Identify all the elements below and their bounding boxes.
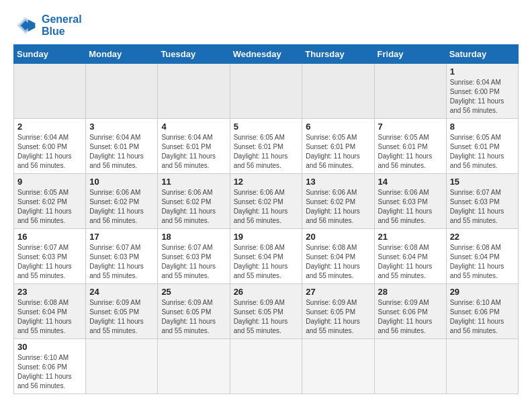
cell-info-text: Sunrise: 6:08 AMSunset: 6:04 PMDaylight:…: [306, 243, 370, 281]
calendar-cell: 6Sunrise: 6:05 AMSunset: 6:01 PMDaylight…: [302, 119, 374, 174]
week-row-6: 30Sunrise: 6:10 AMSunset: 6:06 PMDayligh…: [14, 339, 519, 394]
cell-info-text: Sunrise: 6:07 AMSunset: 6:03 PMDaylight:…: [161, 243, 226, 281]
calendar-cell: 16Sunrise: 6:07 AMSunset: 6:03 PMDayligh…: [14, 229, 86, 284]
week-row-4: 16Sunrise: 6:07 AMSunset: 6:03 PMDayligh…: [14, 229, 519, 284]
cell-info-text: Sunrise: 6:05 AMSunset: 6:01 PMDaylight:…: [234, 133, 299, 171]
cell-date-number: 18: [161, 232, 226, 242]
cell-date-number: 16: [17, 232, 82, 242]
cell-date-number: 22: [450, 232, 515, 242]
week-row-3: 9Sunrise: 6:05 AMSunset: 6:02 PMDaylight…: [14, 174, 519, 229]
cell-date-number: 25: [161, 287, 226, 297]
calendar-cell: 26Sunrise: 6:09 AMSunset: 6:05 PMDayligh…: [230, 284, 302, 339]
logo: General Blue: [13, 13, 82, 38]
calendar-cell: 10Sunrise: 6:06 AMSunset: 6:02 PMDayligh…: [86, 174, 158, 229]
cell-info-text: Sunrise: 6:05 AMSunset: 6:02 PMDaylight:…: [17, 188, 82, 226]
calendar-cell: [302, 339, 374, 394]
cell-info-text: Sunrise: 6:04 AMSunset: 6:01 PMDaylight:…: [161, 133, 226, 171]
calendar-cell: 30Sunrise: 6:10 AMSunset: 6:06 PMDayligh…: [14, 339, 86, 394]
cell-info-text: Sunrise: 6:06 AMSunset: 6:02 PMDaylight:…: [89, 188, 154, 226]
calendar-cell: 12Sunrise: 6:06 AMSunset: 6:02 PMDayligh…: [230, 174, 302, 229]
cell-date-number: 20: [306, 232, 370, 242]
weekday-wednesday: Wednesday: [230, 45, 302, 64]
calendar-cell: [158, 339, 230, 394]
calendar-cell: 24Sunrise: 6:09 AMSunset: 6:05 PMDayligh…: [86, 284, 158, 339]
week-row-1: 1Sunrise: 6:04 AMSunset: 6:00 PMDaylight…: [14, 64, 519, 119]
logo-text: General Blue: [42, 13, 82, 37]
cell-info-text: Sunrise: 6:06 AMSunset: 6:02 PMDaylight:…: [234, 188, 299, 226]
calendar-cell: 4Sunrise: 6:04 AMSunset: 6:01 PMDaylight…: [158, 119, 230, 174]
cell-date-number: 29: [450, 287, 515, 297]
calendar-cell: [230, 339, 302, 394]
cell-info-text: Sunrise: 6:05 AMSunset: 6:01 PMDaylight:…: [378, 133, 443, 171]
weekday-friday: Friday: [374, 45, 446, 64]
calendar-cell: 14Sunrise: 6:06 AMSunset: 6:03 PMDayligh…: [374, 174, 446, 229]
cell-info-text: Sunrise: 6:07 AMSunset: 6:03 PMDaylight:…: [17, 243, 82, 281]
cell-info-text: Sunrise: 6:09 AMSunset: 6:05 PMDaylight:…: [306, 298, 370, 336]
calendar-cell: 2Sunrise: 6:04 AMSunset: 6:00 PMDaylight…: [14, 119, 86, 174]
calendar-cell: 20Sunrise: 6:08 AMSunset: 6:04 PMDayligh…: [302, 229, 374, 284]
cell-info-text: Sunrise: 6:04 AMSunset: 6:00 PMDaylight:…: [17, 133, 82, 171]
calendar-cell: 8Sunrise: 6:05 AMSunset: 6:01 PMDaylight…: [446, 119, 518, 174]
calendar-cell: 27Sunrise: 6:09 AMSunset: 6:05 PMDayligh…: [302, 284, 374, 339]
calendar-cell: 9Sunrise: 6:05 AMSunset: 6:02 PMDaylight…: [14, 174, 86, 229]
calendar-cell: 5Sunrise: 6:05 AMSunset: 6:01 PMDaylight…: [230, 119, 302, 174]
calendar-cell: 29Sunrise: 6:10 AMSunset: 6:06 PMDayligh…: [446, 284, 518, 339]
calendar-table: SundayMondayTuesdayWednesdayThursdayFrid…: [13, 44, 519, 394]
calendar-cell: 17Sunrise: 6:07 AMSunset: 6:03 PMDayligh…: [86, 229, 158, 284]
calendar-cell: [86, 339, 158, 394]
cell-date-number: 5: [234, 122, 299, 132]
cell-date-number: 26: [234, 287, 299, 297]
cell-info-text: Sunrise: 6:09 AMSunset: 6:06 PMDaylight:…: [378, 298, 443, 336]
calendar-cell: [158, 64, 230, 119]
cell-info-text: Sunrise: 6:07 AMSunset: 6:03 PMDaylight:…: [89, 243, 154, 281]
calendar-cell: [302, 64, 374, 119]
weekday-thursday: Thursday: [302, 45, 374, 64]
weekday-tuesday: Tuesday: [158, 45, 230, 64]
calendar-cell: 21Sunrise: 6:08 AMSunset: 6:04 PMDayligh…: [374, 229, 446, 284]
cell-info-text: Sunrise: 6:06 AMSunset: 6:03 PMDaylight:…: [378, 188, 443, 226]
week-row-2: 2Sunrise: 6:04 AMSunset: 6:00 PMDaylight…: [14, 119, 519, 174]
cell-info-text: Sunrise: 6:08 AMSunset: 6:04 PMDaylight:…: [450, 243, 515, 281]
cell-date-number: 3: [89, 122, 154, 132]
calendar-cell: [230, 64, 302, 119]
cell-date-number: 7: [378, 122, 443, 132]
cell-date-number: 2: [17, 122, 82, 132]
cell-date-number: 23: [17, 287, 82, 297]
cell-date-number: 30: [17, 342, 82, 352]
cell-date-number: 21: [378, 232, 443, 242]
calendar-cell: 18Sunrise: 6:07 AMSunset: 6:03 PMDayligh…: [158, 229, 230, 284]
calendar-cell: 22Sunrise: 6:08 AMSunset: 6:04 PMDayligh…: [446, 229, 518, 284]
calendar-cell: [446, 339, 518, 394]
weekday-header-row: SundayMondayTuesdayWednesdayThursdayFrid…: [14, 45, 519, 64]
cell-info-text: Sunrise: 6:06 AMSunset: 6:02 PMDaylight:…: [306, 188, 370, 226]
cell-info-text: Sunrise: 6:10 AMSunset: 6:06 PMDaylight:…: [450, 298, 515, 336]
week-row-5: 23Sunrise: 6:08 AMSunset: 6:04 PMDayligh…: [14, 284, 519, 339]
cell-info-text: Sunrise: 6:09 AMSunset: 6:05 PMDaylight:…: [161, 298, 226, 336]
cell-info-text: Sunrise: 6:09 AMSunset: 6:05 PMDaylight:…: [89, 298, 154, 336]
cell-date-number: 4: [161, 122, 226, 132]
calendar-cell: 13Sunrise: 6:06 AMSunset: 6:02 PMDayligh…: [302, 174, 374, 229]
cell-date-number: 19: [234, 232, 299, 242]
cell-date-number: 17: [89, 232, 154, 242]
weekday-saturday: Saturday: [446, 45, 518, 64]
calendar-cell: 7Sunrise: 6:05 AMSunset: 6:01 PMDaylight…: [374, 119, 446, 174]
cell-info-text: Sunrise: 6:08 AMSunset: 6:04 PMDaylight:…: [378, 243, 443, 281]
calendar-cell: [86, 64, 158, 119]
cell-date-number: 28: [378, 287, 443, 297]
cell-info-text: Sunrise: 6:10 AMSunset: 6:06 PMDaylight:…: [17, 353, 82, 391]
cell-info-text: Sunrise: 6:06 AMSunset: 6:02 PMDaylight:…: [161, 188, 226, 226]
cell-date-number: 6: [306, 122, 370, 132]
logo-icon: [13, 13, 38, 38]
calendar-cell: 1Sunrise: 6:04 AMSunset: 6:00 PMDaylight…: [446, 64, 518, 119]
cell-date-number: 1: [450, 66, 515, 77]
calendar-cell: [374, 64, 446, 119]
page-header: General Blue: [13, 13, 519, 38]
calendar-cell: 28Sunrise: 6:09 AMSunset: 6:06 PMDayligh…: [374, 284, 446, 339]
cell-date-number: 10: [89, 177, 154, 187]
cell-info-text: Sunrise: 6:05 AMSunset: 6:01 PMDaylight:…: [450, 133, 515, 171]
cell-info-text: Sunrise: 6:05 AMSunset: 6:01 PMDaylight:…: [306, 133, 370, 171]
cell-date-number: 9: [17, 177, 82, 187]
cell-info-text: Sunrise: 6:04 AMSunset: 6:00 PMDaylight:…: [450, 78, 515, 116]
calendar-cell: 25Sunrise: 6:09 AMSunset: 6:05 PMDayligh…: [158, 284, 230, 339]
cell-info-text: Sunrise: 6:08 AMSunset: 6:04 PMDaylight:…: [234, 243, 299, 281]
